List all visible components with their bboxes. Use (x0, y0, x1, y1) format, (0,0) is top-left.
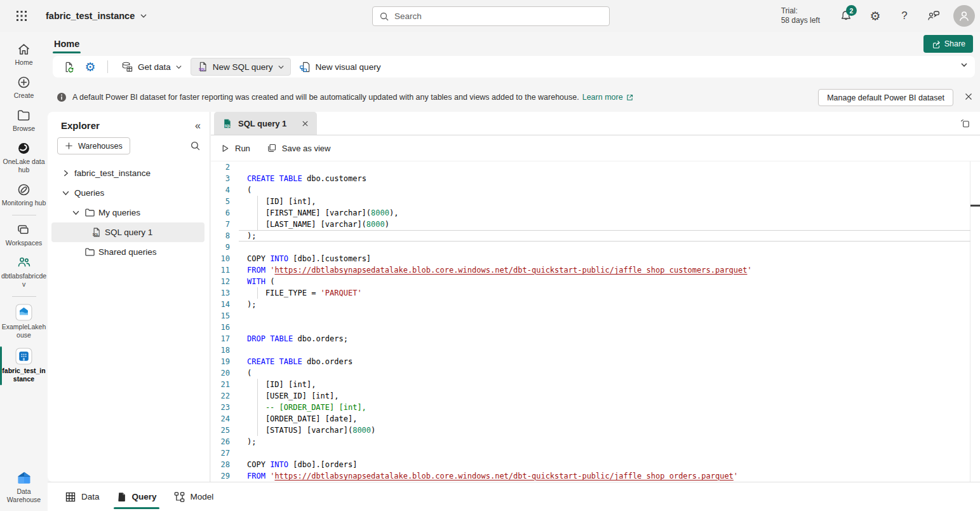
bottom-tab-data[interactable]: Data (61, 482, 104, 511)
rail-item-examplelakehouse[interactable]: ExampleLakehouse (0, 300, 48, 344)
rail-item-browse[interactable]: Browse (0, 104, 48, 137)
code-line[interactable]: 10COPY INTO [dbo].[customers] (211, 253, 980, 264)
line-number: 13 (211, 287, 239, 299)
save-as-view-button[interactable]: Save as view (267, 143, 331, 153)
code-line[interactable]: 24 [ORDER_DATE] [date], (211, 413, 980, 425)
code-line-content: FROM 'https://dbtlabsynapsedatalake.blob… (239, 470, 980, 482)
warehouse-settings-button[interactable]: ⚙ (81, 58, 100, 75)
banner-close-button[interactable] (963, 92, 974, 102)
line-number: 20 (211, 367, 239, 379)
rail-item-label: OneLake data hub (1, 158, 47, 174)
chevron-down-icon (278, 64, 285, 71)
code-line[interactable]: 3CREATE TABLE dbo.customers (211, 173, 980, 184)
explorer-search-button[interactable] (190, 140, 201, 151)
copy-button[interactable] (959, 118, 971, 130)
global-search[interactable] (372, 6, 610, 26)
rail-item-dbtlabsfabricdev[interactable]: dbtlabsfabricdev (0, 252, 48, 293)
learn-more-link[interactable]: Learn more (582, 93, 634, 102)
code-line-content: FILE_TYPE = 'PARQUET' (239, 287, 980, 299)
code-line[interactable]: 21 [ID] [int], (211, 379, 980, 390)
tree-item-label: SQL query 1 (105, 228, 152, 237)
code-line[interactable]: 22 [USER_ID] [int], (211, 390, 980, 402)
rail-item-create[interactable]: Create (0, 71, 48, 104)
rail-item-data-warehouse[interactable]: Data Warehouse (0, 467, 48, 508)
line-number: 8 (211, 230, 239, 242)
code-line[interactable]: 2 (211, 161, 980, 173)
bottom-tab-query[interactable]: Query (112, 482, 161, 511)
close-tab-button[interactable] (301, 119, 309, 128)
code-line[interactable]: 23 -- [ORDER_DATE] [int], (211, 402, 980, 413)
workspace-switcher[interactable]: fabric_test_instance (46, 11, 147, 21)
chevron-right-icon[interactable] (60, 169, 71, 177)
code-line-content: WITH ( (239, 276, 980, 287)
data-warehouse-icon (16, 470, 32, 486)
code-line[interactable]: 15 (211, 310, 980, 322)
rail-item-label: Monitoring hub (1, 199, 47, 207)
ribbon-tab-home[interactable]: Home (53, 32, 81, 56)
chevron-down-icon[interactable] (70, 208, 81, 217)
feedback-button[interactable] (922, 4, 946, 28)
account-button[interactable] (953, 5, 975, 27)
toolbar: ⚙ Get data SQL (53, 56, 975, 78)
search-input[interactable] (394, 11, 603, 21)
code-line[interactable]: 12WITH ( (211, 276, 980, 287)
code-line[interactable]: 25 [STATUS] [varchar](8000) (211, 425, 980, 436)
refresh-document-button[interactable] (59, 58, 78, 75)
sql-file-icon: SQL (197, 61, 208, 72)
line-number: 23 (211, 402, 239, 413)
code-line[interactable]: 16 (211, 322, 980, 333)
code-line[interactable]: 18 (211, 344, 980, 356)
tree-item-queries[interactable]: Queries (51, 183, 205, 203)
code-line[interactable]: 29FROM 'https://dbtlabsynapsedatalake.bl… (211, 470, 980, 482)
share-button[interactable]: Share (923, 35, 973, 53)
code-line[interactable]: 19CREATE TABLE dbo.orders (211, 356, 980, 367)
rail-item-fabric-test-instance[interactable]: fabric_test_instance (0, 344, 48, 388)
sql-editor[interactable]: 23CREATE TABLE dbo.customers4(5 [ID] [in… (211, 161, 980, 482)
rail-item-monitoring-hub[interactable]: Monitoring hub (0, 179, 48, 212)
bottom-tab-model[interactable]: Model (170, 482, 218, 511)
get-data-button[interactable]: Get data (116, 58, 188, 76)
code-line[interactable]: 28COPY INTO [dbo].[orders] (211, 459, 980, 470)
code-line[interactable]: 6 [FIRST_NAME] [varchar](8000), (211, 207, 980, 219)
new-visual-query-button[interactable]: New visual query (293, 58, 387, 76)
tree-item-sql-query-1[interactable]: SQLSQL query 1 (51, 222, 205, 242)
new-warehouse-button[interactable]: Warehouses (57, 137, 130, 154)
code-line[interactable]: 5 [ID] [int], (211, 196, 980, 207)
toolbar-divider (107, 60, 108, 73)
chevron-down-icon[interactable] (60, 189, 71, 197)
code-line[interactable]: 13 FILE_TYPE = 'PARQUET' (211, 287, 980, 299)
collapse-panel-button[interactable]: « (195, 121, 201, 131)
line-number: 4 (211, 184, 239, 196)
rail-item-onelake-data-hub[interactable]: OneLake data hub (0, 137, 48, 179)
help-button[interactable]: ? (892, 4, 916, 28)
rail-item-home[interactable]: Home (0, 38, 48, 71)
code-line[interactable]: 14); (211, 299, 980, 310)
code-line[interactable]: 17DROP TABLE dbo.orders; (211, 333, 980, 344)
code-line[interactable]: 26); (211, 436, 980, 447)
line-number: 3 (211, 173, 239, 184)
code-line[interactable]: 7 [LAST_NAME] [varchar](8000) (211, 219, 980, 230)
notifications-button[interactable]: 2 (834, 4, 858, 28)
code-line[interactable]: 9 (211, 242, 980, 253)
run-button[interactable]: Run (220, 144, 250, 153)
code-line[interactable]: 4( (211, 184, 980, 196)
code-line[interactable]: 8); (211, 230, 980, 242)
create-icon (17, 75, 31, 90)
tree-item-shared-queries[interactable]: Shared queries (51, 242, 205, 262)
rail-item-label: Home (1, 58, 47, 67)
manage-dataset-button[interactable]: Manage default Power BI dataset (818, 89, 953, 106)
settings-button[interactable]: ⚙ (863, 4, 887, 28)
line-number: 28 (211, 459, 239, 470)
line-number: 21 (211, 379, 239, 390)
code-line[interactable]: 20( (211, 367, 980, 379)
app-launcher-button[interactable] (9, 3, 34, 29)
code-line[interactable]: 27 (211, 447, 980, 459)
rail-item-workspaces[interactable]: Workspaces (0, 219, 48, 252)
code-line[interactable]: 11FROM 'https://dbtlabsynapsedatalake.bl… (211, 264, 980, 276)
tree-item-my-queries[interactable]: My queries (51, 203, 205, 222)
new-sql-query-button[interactable]: SQL New SQL query (191, 58, 291, 76)
tree-item-fabric-test-instance[interactable]: fabric_test_instance (51, 163, 205, 183)
toolbar-expand-button[interactable] (960, 60, 969, 69)
code-line-content: ( (239, 367, 980, 379)
query-tab[interactable]: SQL SQL query 1 (214, 112, 317, 135)
